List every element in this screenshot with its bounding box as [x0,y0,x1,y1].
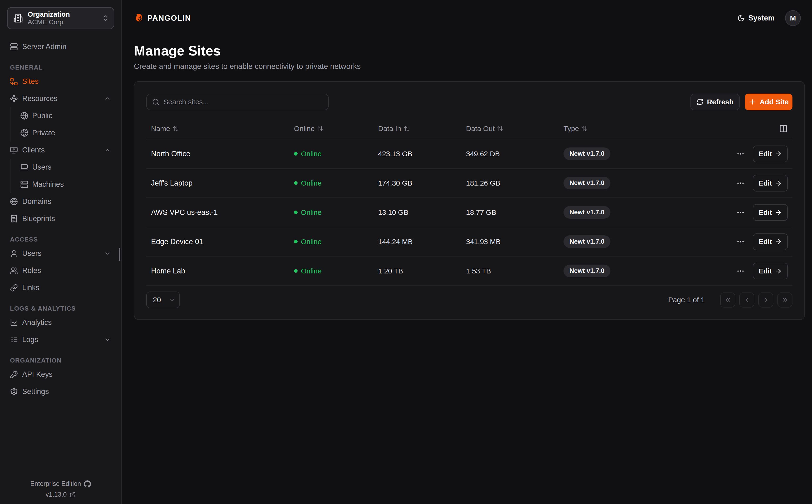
sidebar-item-users[interactable]: Users [0,245,121,262]
brand-logo[interactable]: PANGOLIN [134,13,191,23]
github-icon[interactable] [84,480,91,488]
sidebar-item-sites[interactable]: Sites [0,73,121,90]
external-link-icon[interactable] [70,492,76,498]
search-box [146,94,329,110]
sidebar-item-public[interactable]: Public [10,107,121,124]
next-page-button[interactable] [758,292,773,307]
sites-card: Refresh Add Site Name [134,81,805,320]
arrow-right-icon [775,150,782,157]
data-in-value: 144.24 MB [373,238,461,246]
status-badge: Online [289,267,373,275]
site-name: Edge Device 01 [146,237,289,246]
sidebar-item-private[interactable]: Private [10,124,121,141]
table-header-row: Name Online Data In Data Out [146,118,792,139]
column-header-data-out[interactable]: Data Out [461,125,559,133]
sidebar-scrollbar-thumb[interactable] [119,248,120,261]
edit-button[interactable]: Edit [753,233,788,250]
edit-button[interactable]: Edit [753,175,788,192]
sidebar-item-label: Roles [22,266,111,275]
column-header-name[interactable]: Name [146,125,289,133]
laptop-icon [20,163,28,171]
row-menu-button[interactable] [736,237,745,246]
chevrons-left-icon [724,296,731,303]
column-label: Type [563,125,579,133]
data-in-value: 1.20 TB [373,267,461,275]
sidebar-item-resources[interactable]: Resources [0,90,121,107]
refresh-button[interactable]: Refresh [690,94,740,110]
site-name: Home Lab [146,267,289,275]
page-size-select[interactable]: 20 [146,292,180,308]
row-menu-button[interactable] [736,267,745,275]
sidebar-item-api-keys[interactable]: API Keys [0,366,121,383]
search-icon [152,98,160,106]
add-site-button[interactable]: Add Site [745,94,792,110]
status-badge: Online [289,238,373,246]
search-input[interactable] [163,98,323,106]
sidebar-item-client-users[interactable]: Users [10,159,121,176]
column-label: Name [151,125,170,133]
sidebar-item-logs[interactable]: Logs [0,331,121,348]
sidebar-item-machines[interactable]: Machines [10,176,121,193]
edit-button[interactable]: Edit [753,204,788,221]
online-dot-icon [294,269,298,273]
edit-button[interactable]: Edit [753,263,788,279]
sidebar-item-domains[interactable]: Domains [0,193,121,210]
version-label[interactable]: v1.13.0 [46,491,67,498]
type-badge: Newt v1.7.0 [563,265,610,277]
data-out-value: 1.53 TB [461,267,559,275]
sidebar-item-label: Machines [32,180,111,189]
edit-label: Edit [759,238,772,246]
column-label: Online [294,125,315,133]
card-toolbar: Refresh Add Site [146,94,792,110]
section-title-general: GENERAL [0,64,121,71]
sidebar-item-blueprints[interactable]: Blueprints [0,210,121,227]
edit-label: Edit [759,179,772,187]
status-label: Online [301,238,322,246]
sidebar-nav: Server Admin GENERAL Sites Resources Pub… [0,38,121,400]
building-icon [13,13,23,23]
sidebar-item-roles[interactable]: Roles [0,262,121,279]
ellipsis-icon [736,179,745,187]
column-visibility-button[interactable] [779,124,788,133]
sidebar-item-label: Links [22,283,111,292]
sidebar-item-settings[interactable]: Settings [0,383,121,400]
sidebar-item-label: Clients [22,146,100,154]
org-switcher-value: ACME Corp. [28,18,97,26]
sidebar-item-clients[interactable]: Clients [0,141,121,159]
combine-icon [10,78,18,86]
row-menu-button[interactable] [736,208,745,217]
column-header-type[interactable]: Type [559,125,692,133]
topbar: PANGOLIN System M [122,0,812,36]
chevron-down-icon [104,250,111,257]
ellipsis-icon [736,150,745,158]
first-page-button[interactable] [720,292,735,307]
type-badge: Newt v1.7.0 [563,235,610,248]
sidebar-item-label: Public [32,111,111,120]
type-badge: Newt v1.7.0 [563,206,610,219]
table-row: Edge Device 01 Online 144.24 MB 341.93 M… [146,227,792,257]
status-label: Online [301,208,322,217]
online-dot-icon [294,211,298,214]
sidebar-item-links[interactable]: Links [0,279,121,296]
avatar[interactable]: M [785,10,801,26]
row-menu-button[interactable] [736,150,745,158]
column-header-online[interactable]: Online [289,125,373,133]
sites-table: Name Online Data In Data Out [146,118,792,286]
chevron-right-icon [762,296,770,303]
chevrons-right-icon [782,296,789,303]
row-menu-button[interactable] [736,179,745,187]
link-icon [10,284,18,292]
status-label: Online [301,179,322,187]
theme-toggle[interactable]: System [737,14,775,22]
sidebar-item-analytics[interactable]: Analytics [0,314,121,331]
sidebar-item-server-admin[interactable]: Server Admin [0,38,121,55]
last-page-button[interactable] [777,292,792,307]
column-header-data-in[interactable]: Data In [373,125,461,133]
org-switcher[interactable]: Organization ACME Corp. [7,7,114,29]
prev-page-button[interactable] [739,292,754,307]
edit-button[interactable]: Edit [753,146,788,162]
page-size-value: 20 [153,296,161,304]
app-root: Organization ACME Corp. Server Admin GEN… [0,0,812,504]
data-in-value: 174.30 GB [373,179,461,187]
monitor-up-icon [10,146,18,154]
